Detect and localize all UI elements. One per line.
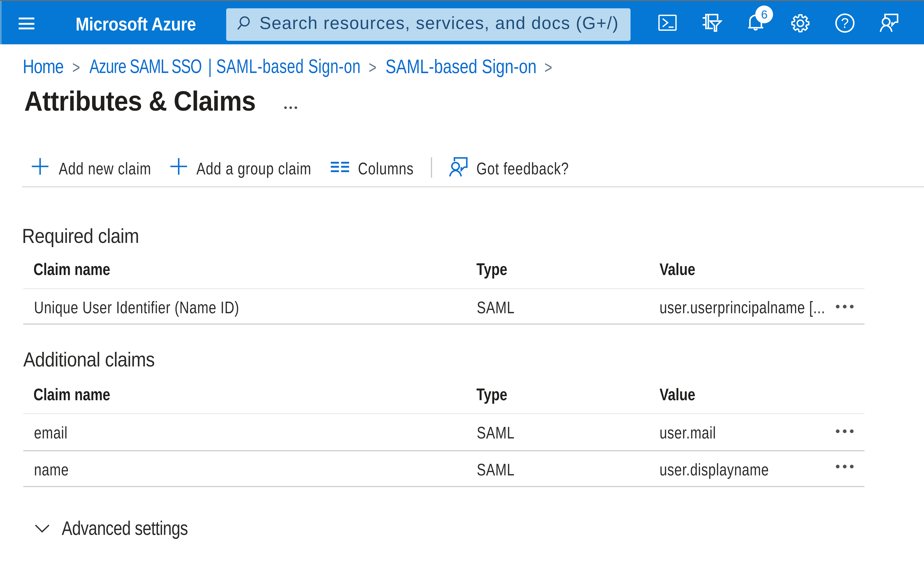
svg-text:6: 6 xyxy=(761,8,767,21)
svg-text:?: ? xyxy=(841,15,849,31)
